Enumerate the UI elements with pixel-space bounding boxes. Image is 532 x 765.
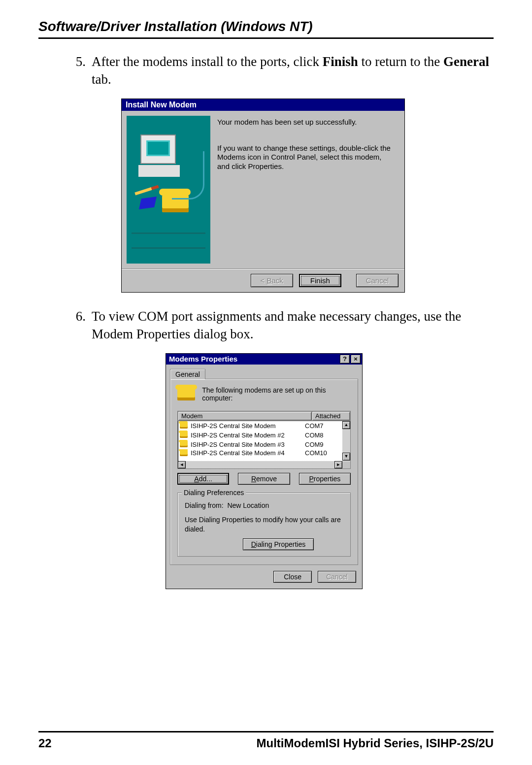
success-line: Your modem has been set up successfully.: [217, 118, 396, 127]
dialing-from: Dialing from: New Location: [185, 501, 343, 510]
tab-general[interactable]: General: [170, 369, 205, 379]
close-button[interactable]: Close: [273, 571, 312, 583]
dialog-titlebar: Modems Properties ? ×: [166, 354, 362, 365]
modem-icon: [180, 450, 188, 456]
col-attached[interactable]: Attached: [312, 411, 350, 421]
horizontal-scrollbar[interactable]: ◄ ►: [178, 461, 342, 468]
footer-title: MultiModemISI Hybrid Series, ISIHP-2S/2U: [257, 736, 494, 750]
col-modem[interactable]: Modem: [178, 411, 312, 421]
vertical-scrollbar[interactable]: ▲ ▼: [342, 421, 350, 461]
dialing-hint: Use Dialing Properties to modify how you…: [185, 515, 343, 534]
remove-button[interactable]: Remove: [238, 473, 290, 485]
modem-icon: [180, 441, 188, 447]
modem-icon: [180, 432, 188, 438]
dialog-title: Modems Properties: [169, 355, 339, 363]
scroll-right-icon[interactable]: ►: [334, 461, 342, 468]
modem-icon: [180, 423, 188, 429]
page-footer: 22 MultiModemISI Hybrid Series, ISIHP-2S…: [38, 731, 494, 750]
install-new-modem-dialog: Install New Modem Your modem has been se…: [121, 99, 405, 293]
panel-header: The following modems are set up on this …: [177, 386, 351, 402]
dialog-text: Your modem has been set up successfully.…: [215, 111, 404, 268]
wizard-illustration: [127, 116, 210, 264]
help-button[interactable]: ?: [340, 355, 350, 364]
list-item[interactable]: ISIHP-2S Central Site Modem #2 COM8: [178, 431, 342, 440]
finish-button[interactable]: Finish: [299, 274, 341, 287]
content: 5. After the modems install to the ports…: [38, 53, 494, 718]
step-6: 6. To view COM port assignments and make…: [68, 307, 494, 343]
list-rows: ISIHP-2S Central Site Modem COM7 ISIHP-2…: [178, 421, 342, 461]
page-number: 22: [38, 736, 52, 750]
group-label: Dialing Preferences: [182, 489, 246, 497]
panel-intro: The following modems are set up on this …: [202, 386, 351, 402]
close-button[interactable]: ×: [351, 355, 361, 364]
dialog-titlebar: Install New Modem: [122, 99, 404, 111]
scroll-left-icon[interactable]: ◄: [178, 461, 186, 468]
modem-listbox[interactable]: Modem Attached ISIHP-2S Central Site Mod…: [177, 411, 351, 469]
step-body: To view COM port assignments and make ne…: [92, 307, 494, 343]
step-5: 5. After the modems install to the ports…: [68, 53, 494, 89]
dialing-properties-button[interactable]: Dialing Properties: [243, 538, 314, 550]
step-number: 6.: [68, 307, 92, 343]
add-button[interactable]: Add...: [177, 473, 229, 485]
list-item[interactable]: ISIHP-2S Central Site Modem COM7: [178, 421, 342, 431]
dialing-preferences-group: Dialing Preferences Dialing from: New Lo…: [177, 493, 351, 557]
section-title: Software/Driver Installation (Windows NT…: [38, 19, 494, 39]
instructions-line: If you want to change these settings, do…: [217, 144, 396, 171]
step-body: After the modems install to the ports, c…: [92, 53, 494, 89]
back-button: < Back: [251, 274, 293, 287]
modem-icon: [177, 388, 195, 400]
tabstrip: General: [166, 365, 362, 379]
dialog-footer-buttons: Close Cancel: [166, 569, 362, 589]
scroll-down-icon[interactable]: ▼: [342, 453, 350, 461]
modems-properties-dialog: Modems Properties ? × General The follow…: [166, 353, 363, 590]
list-item[interactable]: ISIHP-2S Central Site Modem #3 COM9: [178, 440, 342, 449]
scroll-up-icon[interactable]: ▲: [342, 421, 350, 429]
dialog-buttons: < Back Finish Cancel: [122, 268, 404, 292]
cancel-button: Cancel: [318, 571, 356, 583]
tab-panel: The following modems are set up on this …: [170, 379, 358, 565]
list-buttons: Add... Remove Properties: [177, 473, 351, 485]
cancel-button: Cancel: [356, 274, 399, 287]
properties-button[interactable]: Properties: [299, 473, 351, 485]
step-number: 5.: [68, 53, 92, 89]
list-item[interactable]: ISIHP-2S Central Site Modem #4 COM10: [178, 449, 342, 457]
list-header: Modem Attached: [178, 411, 350, 421]
